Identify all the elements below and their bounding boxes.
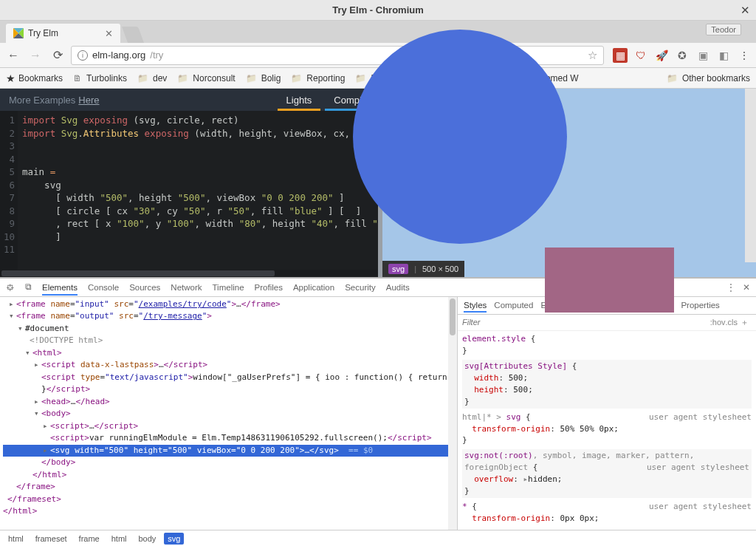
elements-tree[interactable]: ▸<frame name="input" src="/examples/try/… bbox=[0, 297, 457, 530]
styles-sidebar: Styles Computed Event Listeners DOM Brea… bbox=[457, 297, 756, 530]
bookmark-folder[interactable]: dev bbox=[137, 73, 167, 83]
browser-tabstrip: Try Elm ✕ Teodor bbox=[0, 21, 756, 43]
breadcrumb-item[interactable]: html bbox=[4, 533, 27, 545]
dom-line[interactable]: </frameset> bbox=[3, 494, 457, 506]
breadcrumb-item[interactable]: body bbox=[134, 533, 159, 545]
breadcrumb-item[interactable]: html bbox=[108, 533, 131, 545]
devtools-tab-console[interactable]: Console bbox=[88, 283, 119, 292]
dom-line[interactable]: ▸<script data-x-lastpass>…</script> bbox=[3, 359, 457, 372]
breadcrumb-item[interactable]: frame bbox=[75, 533, 103, 545]
rendered-svg bbox=[390, 89, 697, 262]
new-tab-button[interactable] bbox=[122, 27, 144, 43]
devtools-tab-application[interactable]: Application bbox=[293, 283, 334, 292]
svg-circle bbox=[353, 30, 567, 244]
elm-favicon-icon bbox=[13, 28, 24, 38]
styles-body[interactable]: element.style {} svg[Attributes Style] {… bbox=[458, 331, 756, 530]
styles-filter-input[interactable] bbox=[462, 318, 710, 327]
cls-toggle[interactable]: .cls bbox=[726, 318, 738, 327]
elements-scrollbar[interactable] bbox=[448, 297, 457, 530]
bookmarks-label[interactable]: ★Bookmarks bbox=[6, 72, 63, 84]
bookmark-folder[interactable]: Norconsult bbox=[177, 73, 235, 83]
try-elm-app: More Examples Here Lights Compile 123456… bbox=[0, 89, 756, 279]
window-title: Try Elm - Chromium bbox=[0, 4, 756, 16]
styles-filter-row: :hov .cls ＋ bbox=[458, 315, 756, 331]
extension-icon[interactable]: ▣ bbox=[695, 48, 710, 63]
dom-line[interactable]: ▸<script>…</script> bbox=[3, 420, 457, 433]
site-info-icon[interactable]: i bbox=[78, 50, 88, 61]
devtools-tab-audits[interactable]: Audits bbox=[386, 283, 410, 292]
styles-tab-computed[interactable]: Computed bbox=[494, 301, 533, 310]
other-bookmarks[interactable]: Other bookmarks bbox=[667, 73, 750, 83]
dom-line[interactable]: ▾<body> bbox=[3, 408, 457, 420]
lights-button[interactable]: Lights bbox=[286, 95, 312, 106]
code-editor[interactable]: 1234567891011 import Svg exposing (svg, … bbox=[0, 111, 378, 270]
dom-line[interactable]: }</script> bbox=[3, 383, 457, 396]
style-rule[interactable]: svg:not(:root), symbol, image, marker, p… bbox=[462, 449, 752, 498]
devtools-tab-sources[interactable]: Sources bbox=[129, 283, 160, 292]
devtools-tab-security[interactable]: Security bbox=[345, 283, 376, 292]
dom-line[interactable]: </html> bbox=[3, 469, 457, 482]
dom-line[interactable]: <script>var runningElmModule = Elm.Temp1… bbox=[3, 432, 457, 445]
tooltip-tag: svg bbox=[388, 264, 408, 274]
bookmark-folder[interactable]: Bolig bbox=[246, 73, 281, 83]
style-rule[interactable]: svg[Attributes Style] { width: 500; heig… bbox=[462, 360, 752, 409]
address-bar-row: ← → ⟳ i elm-lang.org/try ☆ ▦ 🛡 🚀 ✪ ▣ ◧ ⋮ bbox=[0, 43, 756, 68]
dom-line-selected[interactable]: ⋯▸<svg width="500" height="500" viewBox=… bbox=[3, 445, 457, 457]
dom-line[interactable]: </body> bbox=[3, 457, 457, 469]
dom-line[interactable]: ▾<html> bbox=[3, 347, 457, 360]
rocket-icon[interactable]: 🚀 bbox=[654, 48, 669, 63]
dom-line[interactable]: </frame> bbox=[3, 481, 457, 494]
devtools-main: ▸<frame name="input" src="/examples/try/… bbox=[0, 297, 756, 530]
dom-line[interactable]: <!DOCTYPE html> bbox=[3, 335, 457, 347]
svg-rect bbox=[545, 248, 674, 313]
devtools-menu-icon[interactable]: ⋮ bbox=[726, 282, 735, 293]
reload-button[interactable]: ⟳ bbox=[49, 47, 66, 64]
profile-badge[interactable]: Teodor bbox=[706, 24, 741, 35]
extension-icon[interactable]: ◧ bbox=[716, 48, 731, 63]
output-pane: svg | 500 × 500 bbox=[382, 89, 756, 277]
dom-line[interactable]: ▸<head>…</head> bbox=[3, 396, 457, 409]
menu-icon[interactable]: ⋮ bbox=[737, 48, 752, 63]
devtools-close-icon[interactable]: ✕ bbox=[743, 282, 750, 293]
style-rule[interactable]: element.style {} bbox=[462, 333, 752, 357]
style-rule[interactable]: * {user agent stylesheet transform-origi… bbox=[462, 501, 752, 525]
extension-icon[interactable]: ✪ bbox=[675, 48, 690, 63]
os-titlebar: Try Elm - Chromium ✕ bbox=[0, 0, 756, 21]
devtools-tab-network[interactable]: Network bbox=[171, 283, 202, 292]
tab-close-icon[interactable]: ✕ bbox=[105, 28, 113, 39]
dom-line[interactable]: ▾#document bbox=[3, 323, 457, 335]
device-icon[interactable]: ⧉ bbox=[25, 282, 32, 292]
styles-tab-properties[interactable]: Properties bbox=[681, 301, 719, 310]
style-rule[interactable]: html|* > svg {user agent stylesheet tran… bbox=[462, 412, 752, 447]
new-rule-icon[interactable]: ＋ bbox=[740, 317, 749, 328]
browser-tab[interactable]: Try Elm ✕ bbox=[6, 24, 120, 43]
breadcrumb-item[interactable]: frameset bbox=[32, 533, 71, 545]
close-icon[interactable]: ✕ bbox=[740, 4, 750, 17]
browser-tab-title: Try Elm bbox=[28, 28, 58, 38]
breadcrumb-item[interactable]: svg bbox=[164, 533, 184, 545]
hov-toggle[interactable]: :hov bbox=[710, 318, 726, 327]
code-text[interactable]: import Svg exposing (svg, circle, rect) … bbox=[18, 111, 378, 270]
extension-icon[interactable]: ▦ bbox=[613, 48, 628, 63]
bookmark-item[interactable]: Turbolinks bbox=[73, 73, 127, 83]
dom-line[interactable]: </html> bbox=[3, 505, 457, 518]
output-vertical-scrollbar[interactable] bbox=[745, 89, 756, 262]
extension-icons: ▦ 🛡 🚀 ✪ ▣ ◧ ⋮ bbox=[613, 48, 752, 63]
inspect-icon[interactable]: ⯐ bbox=[6, 283, 15, 292]
dom-line[interactable]: ▸<frame name="input" src="/examples/try/… bbox=[3, 298, 457, 311]
back-button[interactable]: ← bbox=[4, 47, 22, 64]
here-link[interactable]: Here bbox=[78, 95, 99, 106]
devtools-tab-profiles[interactable]: Profiles bbox=[255, 283, 283, 292]
editor-horizontal-scrollbar[interactable] bbox=[0, 270, 378, 277]
devtools-tab-timeline[interactable]: Timeline bbox=[213, 283, 244, 292]
editor-pane: More Examples Here Lights Compile 123456… bbox=[0, 89, 378, 277]
ublock-icon[interactable]: 🛡 bbox=[633, 48, 648, 63]
dom-line[interactable]: <script type="text/javascript">window["_… bbox=[3, 372, 457, 384]
styles-tab-styles[interactable]: Styles bbox=[464, 301, 487, 313]
bookmark-star-icon[interactable]: ☆ bbox=[588, 49, 597, 62]
devtools-tab-elements[interactable]: Elements bbox=[42, 283, 78, 296]
dom-line[interactable]: ▾<frame name="output" src="/try-message"… bbox=[3, 310, 457, 323]
bookmark-folder[interactable]: Reporting bbox=[291, 73, 345, 83]
breadcrumb-trail: html frameset frame html body svg bbox=[0, 530, 756, 546]
devtools-panel: ⯐ ⧉ Elements Console Sources Network Tim… bbox=[0, 279, 756, 546]
